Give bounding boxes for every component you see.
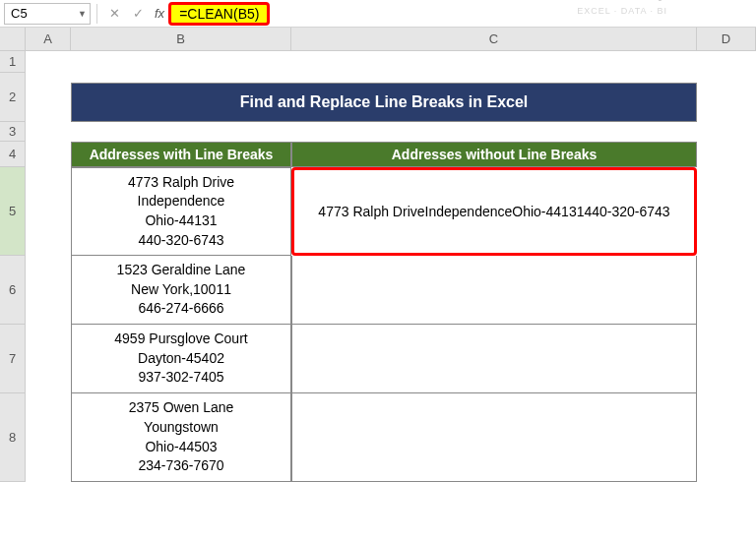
cell-c7[interactable] — [291, 325, 697, 393]
spreadsheet-grid: 1 2 3 4 5 6 7 8 A B C D Find and Replace… — [0, 28, 756, 541]
enter-icon[interactable]: ✓ — [131, 6, 145, 21]
row-header-2[interactable]: 2 — [0, 73, 25, 122]
cell-c5-selected[interactable]: 4773 Ralph DriveIndependenceOhio-4413144… — [291, 167, 697, 256]
col-header-d[interactable]: D — [697, 28, 756, 50]
column-headers: A B C D — [26, 28, 756, 51]
cell-b5[interactable]: 4773 Ralph Drive Independence Ohio-44131… — [71, 167, 291, 256]
row-header-8[interactable]: 8 — [0, 393, 25, 482]
watermark: exceldemy — [593, 0, 667, 2]
row-header-6[interactable]: 6 — [0, 256, 25, 325]
header-addresses-without-breaks[interactable]: Addresses without Line Breaks — [291, 142, 697, 167]
row-headers: 1 2 3 4 5 6 7 8 — [0, 51, 26, 482]
col-header-a[interactable]: A — [26, 28, 71, 50]
cell-b8[interactable]: 2375 Owen Lane Youngstown Ohio-44503 234… — [71, 393, 291, 482]
cell-c8[interactable] — [291, 393, 697, 482]
divider — [96, 4, 97, 24]
formula-input[interactable]: =CLEAN(B5) — [168, 2, 270, 26]
formula-bar-icons: ✕ ✓ — [103, 6, 149, 21]
cell-b6[interactable]: 1523 Geraldine Lane New York,10011 646-2… — [71, 256, 291, 325]
row-header-5[interactable]: 5 — [0, 167, 25, 256]
select-all-corner[interactable] — [0, 28, 26, 51]
cancel-icon[interactable]: ✕ — [107, 6, 121, 21]
col-header-c[interactable]: C — [291, 28, 697, 50]
title-banner: Find and Replace Line Breaks in Excel — [71, 83, 697, 122]
row-header-3[interactable]: 3 — [0, 122, 25, 142]
name-box[interactable]: C5 ▼ — [4, 3, 91, 25]
header-addresses-with-breaks[interactable]: Addresses with Line Breaks — [71, 142, 291, 167]
watermark-sub: EXCEL · DATA · BI — [577, 6, 667, 16]
row-header-7[interactable]: 7 — [0, 325, 25, 393]
name-box-value: C5 — [11, 6, 28, 21]
col-header-b[interactable]: B — [71, 28, 291, 50]
row-header-4[interactable]: 4 — [0, 142, 25, 167]
cell-b7[interactable]: 4959 Pursglove Court Dayton-45402 937-30… — [71, 325, 291, 393]
row-header-1[interactable]: 1 — [0, 51, 25, 73]
cell-c6[interactable] — [291, 256, 697, 325]
name-box-dropdown-icon[interactable]: ▼ — [78, 9, 87, 19]
fx-icon[interactable]: fx — [155, 6, 164, 21]
